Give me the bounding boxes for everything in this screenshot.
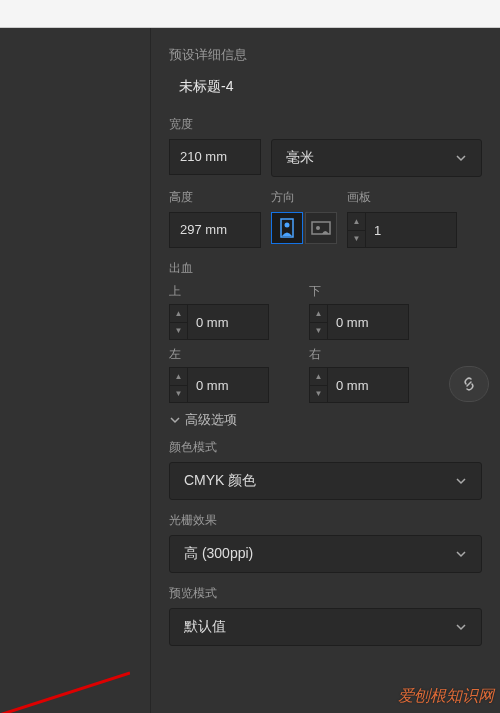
chevron-down-icon — [455, 548, 467, 560]
bleed-top-label: 上 — [169, 283, 299, 300]
svg-point-2 — [285, 223, 290, 228]
bleed-left-input[interactable]: ▲▼ 0 mm — [169, 367, 269, 403]
preview-mode-label: 预览模式 — [169, 585, 482, 602]
bleed-right-stepper[interactable]: ▲▼ — [310, 368, 328, 402]
bleed-top-input[interactable]: ▲▼ 0 mm — [169, 304, 269, 340]
link-bleed-button[interactable] — [449, 366, 489, 402]
chevron-down-icon — [455, 621, 467, 633]
raster-effect-select[interactable]: 高 (300ppi) — [169, 535, 482, 573]
units-select[interactable]: 毫米 — [271, 139, 482, 177]
bleed-right-label: 右 — [309, 346, 439, 363]
height-label: 高度 — [169, 189, 261, 206]
artboard-stepper[interactable]: ▲ ▼ — [348, 213, 366, 247]
bleed-top-stepper[interactable]: ▲▼ — [170, 305, 188, 339]
preview-mode-select[interactable]: 默认值 — [169, 608, 482, 646]
bleed-bottom-value: 0 mm — [328, 305, 408, 339]
artboard-count-value: 1 — [366, 213, 456, 247]
bleed-top-value: 0 mm — [188, 305, 268, 339]
landscape-icon — [311, 220, 331, 236]
preset-details-panel: 预设详细信息 未标题-4 宽度 210 mm 毫米 高度 297 mm 方向 — [150, 28, 500, 713]
color-mode-value: CMYK 颜色 — [184, 472, 256, 490]
color-mode-label: 颜色模式 — [169, 439, 482, 456]
bleed-left-value: 0 mm — [188, 368, 268, 402]
width-label: 宽度 — [169, 116, 482, 133]
portrait-icon — [279, 218, 295, 238]
panel-title: 预设详细信息 — [169, 46, 482, 64]
advanced-options-label: 高级选项 — [185, 411, 237, 429]
bleed-left-stepper[interactable]: ▲▼ — [170, 368, 188, 402]
orientation-label: 方向 — [271, 189, 337, 206]
preview-mode-value: 默认值 — [184, 618, 226, 636]
svg-line-0 — [0, 673, 130, 713]
annotation-line — [0, 668, 130, 713]
chevron-down-icon — [169, 414, 181, 426]
units-select-value: 毫米 — [286, 149, 314, 167]
artboard-count-input[interactable]: ▲ ▼ 1 — [347, 212, 457, 248]
orientation-landscape-button[interactable] — [305, 212, 337, 244]
bleed-bottom-label: 下 — [309, 283, 439, 300]
chevron-down-icon — [455, 152, 467, 164]
bleed-bottom-stepper[interactable]: ▲▼ — [310, 305, 328, 339]
bleed-bottom-input[interactable]: ▲▼ 0 mm — [309, 304, 409, 340]
link-icon — [461, 376, 477, 392]
svg-point-4 — [316, 226, 320, 230]
chevron-down-icon — [455, 475, 467, 487]
bleed-right-input[interactable]: ▲▼ 0 mm — [309, 367, 409, 403]
orientation-portrait-button[interactable] — [271, 212, 303, 244]
left-sidebar — [0, 28, 150, 713]
artboard-label: 画板 — [347, 189, 457, 206]
raster-effect-label: 光栅效果 — [169, 512, 482, 529]
height-input[interactable]: 297 mm — [169, 212, 261, 248]
width-input[interactable]: 210 mm — [169, 139, 261, 175]
document-title-input[interactable]: 未标题-4 — [169, 74, 482, 100]
bleed-left-label: 左 — [169, 346, 299, 363]
advanced-options-toggle[interactable]: 高级选项 — [169, 411, 482, 429]
raster-effect-value: 高 (300ppi) — [184, 545, 253, 563]
bleed-label: 出血 — [169, 260, 482, 277]
bleed-right-value: 0 mm — [328, 368, 408, 402]
stepper-up-icon[interactable]: ▲ — [348, 213, 365, 231]
window-titlebar — [0, 0, 500, 28]
stepper-down-icon[interactable]: ▼ — [348, 231, 365, 248]
color-mode-select[interactable]: CMYK 颜色 — [169, 462, 482, 500]
